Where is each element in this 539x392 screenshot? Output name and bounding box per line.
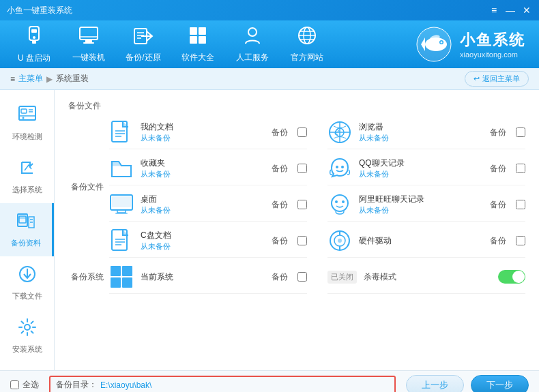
svg-rect-13 (190, 27, 197, 35)
sidebar-label-choose: 选择系统 (12, 185, 42, 195)
backup-dir-label: 备份目录： (56, 379, 97, 391)
download-icon (18, 265, 37, 288)
breadcrumb: ≡ 主菜单 ▶ 系统重装 ↩ 返回主菜单 (0, 68, 539, 90)
backup-row-cdocs: C盘文档 从未备份 备份 (109, 224, 307, 258)
svg-rect-7 (83, 42, 94, 44)
desktop-status: 从未备份 (141, 205, 265, 215)
sidebar-item-choose[interactable]: 选择系统 (0, 150, 54, 203)
backup-files-section: 备份文件 (68, 100, 525, 112)
select-all-checkbox[interactable] (10, 380, 19, 389)
nav-label-backup: 备份/还原 (126, 52, 160, 63)
windows-icon (109, 265, 134, 289)
mydocs-name: 我的文档 (141, 121, 265, 133)
cdocs-checkbox[interactable] (297, 236, 307, 245)
aliww-checkbox[interactable] (516, 200, 525, 209)
mydocs-checkbox[interactable] (297, 127, 307, 137)
browser-name: 浏览器 (359, 121, 483, 133)
nav-item-udisk[interactable]: U 盘启动 (7, 20, 61, 68)
qqchat-name: QQ聊天记录 (359, 157, 483, 169)
desktop-name: 桌面 (141, 194, 265, 205)
system-checkbox[interactable] (297, 272, 307, 282)
svg-rect-75 (122, 277, 132, 288)
software-icon (188, 26, 207, 49)
sidebar-item-download[interactable]: 下载文件 (0, 256, 54, 310)
backup-row-mydocs: 我的文档 从未备份 备份 (109, 116, 307, 149)
sidebar-item-setup[interactable]: 安装系统 (0, 310, 54, 363)
antivirus-label: 杀毒模式 (364, 271, 396, 283)
backup-row-desktop: 桌面 从未备份 备份 (109, 188, 307, 222)
brand-text: 小鱼系统 xiaoyuxitong.com (460, 30, 525, 59)
main-container: 环境检测 选择系统 (0, 90, 539, 370)
nav-label-install: 一键装机 (72, 52, 105, 63)
sidebar-label-env: 环境检测 (12, 132, 42, 142)
sidebar-item-env[interactable]: 环境检测 (0, 97, 54, 150)
sidebar: 环境检测 选择系统 (0, 90, 55, 370)
qqchat-checkbox[interactable] (516, 164, 525, 173)
nav-label-website: 官方网站 (291, 52, 323, 63)
nav-item-backup[interactable]: 备份/还原 (116, 20, 171, 68)
browser-checkbox[interactable] (516, 127, 525, 137)
svg-point-60 (335, 200, 338, 203)
nav-brand: 小鱼系统 xiaoyuxitong.com (416, 20, 532, 68)
antivirus-toggle[interactable] (498, 270, 525, 284)
system-items-grid: 当前系统 备份 已关闭 杀毒模式 (109, 260, 525, 294)
backup-dir-value[interactable]: E:\xiaoyu\bak\ (100, 380, 151, 390)
breadcrumb-home[interactable]: 主菜单 (18, 73, 43, 85)
qqchat-status: 从未备份 (359, 169, 483, 179)
drivers-checkbox[interactable] (516, 236, 525, 245)
svg-rect-37 (19, 216, 26, 219)
desktop-checkbox[interactable] (297, 200, 307, 209)
backup-icon (133, 26, 154, 49)
next-button[interactable]: 下一步 (471, 375, 529, 393)
nav-item-software[interactable]: 软件大全 (171, 20, 225, 68)
svg-point-54 (341, 166, 344, 168)
cdocs-icon (109, 228, 134, 253)
section-label-left: 备份文件 (68, 116, 104, 258)
mydocs-info: 我的文档 从未备份 (141, 121, 265, 143)
svg-rect-16 (199, 36, 206, 44)
cdocs-info: C盘文档 从未备份 (141, 230, 265, 252)
sidebar-label-download: 下载文件 (12, 291, 42, 301)
install-icon (78, 26, 99, 49)
backup-row-qqchat: QQ聊天记录 从未备份 备份 (327, 152, 525, 185)
back-button[interactable]: ↩ 返回主菜单 (465, 71, 529, 87)
close-button[interactable]: ✕ (521, 5, 532, 16)
backup-row-antivirus: 已关闭 杀毒模式 (327, 260, 525, 294)
select-all[interactable]: 全选 (10, 379, 39, 391)
sidebar-item-data[interactable]: 备份资料 (0, 203, 54, 256)
title-bar: 小鱼一键重装系统 ≡ — ✕ (0, 0, 539, 20)
qqchat-backup-label: 备份 (490, 163, 506, 175)
brand-logo-icon (416, 26, 453, 63)
website-icon (297, 26, 317, 49)
menu-icon[interactable]: ≡ (489, 5, 499, 16)
mydocs-backup-label: 备份 (272, 127, 288, 138)
favorites-checkbox[interactable] (297, 164, 307, 173)
nav-item-install[interactable]: 一键装机 (61, 20, 116, 68)
menu-icon: ≡ (10, 74, 15, 84)
backup-files-title: 备份文件 (71, 181, 104, 193)
nav-item-website[interactable]: 官方网站 (280, 20, 334, 68)
drivers-name: 硬件驱动 (359, 235, 483, 247)
system-name: 当前系统 (141, 271, 265, 283)
qq-icon (327, 156, 352, 181)
system-backup-label: 备份 (272, 271, 288, 283)
svg-rect-32 (21, 109, 27, 113)
bottom-bar: 全选 备份目录： E:\xiaoyu\bak\ 上一步 下一步 (0, 370, 539, 392)
svg-rect-57 (115, 213, 128, 214)
drivers-info: 硬件驱动 (359, 235, 483, 247)
data-icon (16, 211, 35, 235)
nav-label-software: 软件大全 (181, 52, 214, 63)
svg-rect-74 (111, 277, 121, 288)
svg-rect-56 (117, 210, 126, 213)
prev-button[interactable]: 上一步 (406, 375, 464, 393)
svg-rect-15 (190, 36, 197, 44)
antivirus-section: 已关闭 杀毒模式 (327, 271, 396, 284)
svg-point-31 (22, 117, 24, 119)
cdocs-status: 从未备份 (141, 241, 265, 252)
browser-backup-label: 备份 (490, 127, 506, 138)
drivers-backup-label: 备份 (490, 235, 506, 247)
back-label: 返回主菜单 (482, 74, 520, 84)
select-all-label: 全选 (23, 379, 39, 391)
nav-item-service[interactable]: 人工服务 (225, 20, 280, 68)
minimize-button[interactable]: — (505, 5, 516, 16)
